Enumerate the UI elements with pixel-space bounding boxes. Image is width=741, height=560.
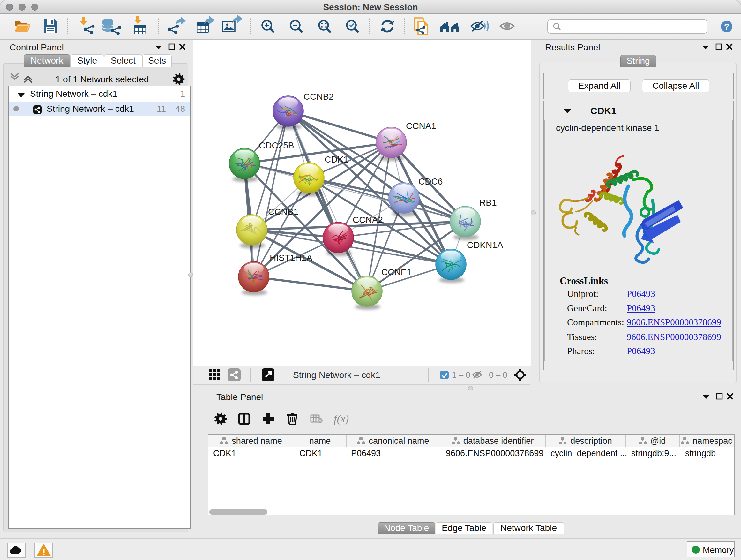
- svg-text:CCNE1: CCNE1: [381, 267, 412, 277]
- svg-text:CCNB2: CCNB2: [304, 91, 334, 102]
- svg-text:CCNA2: CCNA2: [353, 215, 383, 225]
- svg-text:CDK1: CDK1: [325, 154, 348, 165]
- svg-text:String Network – cdk1: String Network – cdk1: [293, 370, 381, 380]
- svg-text:0 – 0: 0 – 0: [489, 370, 508, 380]
- svg-text:CDC25B: CDC25B: [259, 140, 294, 150]
- svg-text:CCNB1: CCNB1: [268, 207, 298, 217]
- svg-text:?: ?: [724, 22, 730, 32]
- svg-text:CCNA1: CCNA1: [406, 121, 436, 131]
- svg-text:CDC6: CDC6: [418, 177, 443, 186]
- svg-text:CDKN1A: CDKN1A: [467, 240, 503, 250]
- svg-text:f(x): f(x): [334, 413, 349, 425]
- svg-text:RB1: RB1: [479, 198, 496, 207]
- svg-text:HIST1H1A: HIST1H1A: [270, 253, 313, 263]
